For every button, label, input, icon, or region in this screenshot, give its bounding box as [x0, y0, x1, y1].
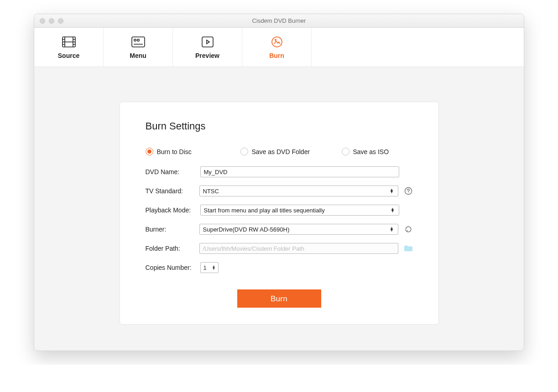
burner-value: SuperDrive(DVD RW AD-5690H): [203, 226, 290, 233]
close-window-button[interactable]: [40, 18, 45, 24]
tv-standard-help-button[interactable]: [404, 186, 413, 196]
tab-source-label: Source: [58, 52, 79, 59]
mode-save-dvd-folder[interactable]: Save as DVD Folder: [240, 148, 336, 155]
burner-label: Burner:: [146, 226, 199, 233]
burn-settings-panel: Burn Settings Burn to Disc Save as DVD F…: [120, 102, 439, 325]
choose-folder-button[interactable]: [404, 244, 413, 253]
radio-icon: [240, 148, 248, 155]
svg-marker-13: [207, 40, 209, 44]
panel-heading: Burn Settings: [146, 120, 413, 132]
window-controls: [40, 18, 63, 24]
refresh-icon: [404, 225, 412, 233]
svg-point-9: [134, 39, 136, 41]
app-window: Cisdem DVD Burner Source: [34, 14, 524, 351]
svg-point-15: [275, 39, 276, 41]
radio-selected-icon: [146, 148, 153, 155]
playback-mode-label: Playback Mode:: [146, 206, 200, 214]
folder-icon: [404, 244, 413, 253]
svg-rect-12: [202, 37, 213, 47]
tv-standard-value: NTSC: [203, 188, 219, 195]
refresh-burners-button[interactable]: [404, 225, 413, 234]
window-title: Cisdem DVD Burner: [34, 17, 524, 24]
tab-menu-label: Menu: [130, 52, 146, 59]
play-preview-icon: [201, 36, 214, 48]
copies-number-stepper[interactable]: 1 ▲▼: [200, 262, 219, 273]
mode-save-iso-label: Save as ISO: [353, 148, 389, 155]
playback-mode-value: Start from menu and play all titles sequ…: [204, 207, 325, 214]
dvd-name-input[interactable]: [200, 166, 399, 177]
copies-value: 1: [203, 264, 207, 271]
tab-burn[interactable]: Burn: [242, 28, 312, 67]
mode-save-iso[interactable]: Save as ISO: [342, 148, 389, 155]
updown-arrows-icon: ▲▼: [389, 189, 395, 193]
mode-save-dvd-folder-label: Save as DVD Folder: [252, 148, 310, 155]
svg-point-10: [137, 39, 139, 41]
mode-burn-to-disc[interactable]: Burn to Disc: [146, 148, 235, 155]
minimize-window-button[interactable]: [49, 18, 54, 24]
burn-disc-icon: [270, 36, 284, 48]
main-tabs: Source Menu Preview: [34, 28, 524, 67]
titlebar: Cisdem DVD Burner: [34, 14, 524, 28]
help-icon: [404, 187, 412, 195]
svg-rect-8: [132, 37, 145, 47]
updown-arrows-icon: ▲▼: [389, 227, 395, 232]
output-mode-group: Burn to Disc Save as DVD Folder Save as …: [146, 148, 413, 155]
tab-preview[interactable]: Preview: [173, 28, 242, 67]
tab-source[interactable]: Source: [34, 28, 104, 67]
mode-burn-to-disc-label: Burn to Disc: [157, 148, 192, 155]
copies-number-label: Copies Number:: [146, 264, 200, 271]
content-area: Burn Settings Burn to Disc Save as DVD F…: [34, 67, 524, 351]
tv-standard-label: TV Standard:: [146, 187, 199, 195]
dvd-name-label: DVD Name:: [146, 168, 200, 175]
folder-path-input: [199, 243, 398, 254]
tab-menu[interactable]: Menu: [104, 28, 173, 67]
burn-button[interactable]: Burn: [237, 289, 321, 308]
svg-point-17: [408, 192, 408, 193]
tv-standard-select[interactable]: NTSC ▲▼: [199, 186, 398, 196]
radio-icon: [342, 148, 349, 155]
tab-burn-label: Burn: [269, 52, 284, 59]
menu-layout-icon: [131, 36, 145, 48]
film-icon: [62, 36, 76, 48]
tab-preview-label: Preview: [195, 52, 219, 59]
updown-arrows-icon: ▲▼: [390, 208, 396, 212]
folder-path-label: Folder Path:: [146, 245, 199, 252]
zoom-window-button[interactable]: [58, 18, 63, 24]
playback-mode-select[interactable]: Start from menu and play all titles sequ…: [200, 205, 399, 216]
updown-arrows-icon: ▲▼: [212, 265, 216, 270]
burner-select[interactable]: SuperDrive(DVD RW AD-5690H) ▲▼: [199, 224, 398, 235]
